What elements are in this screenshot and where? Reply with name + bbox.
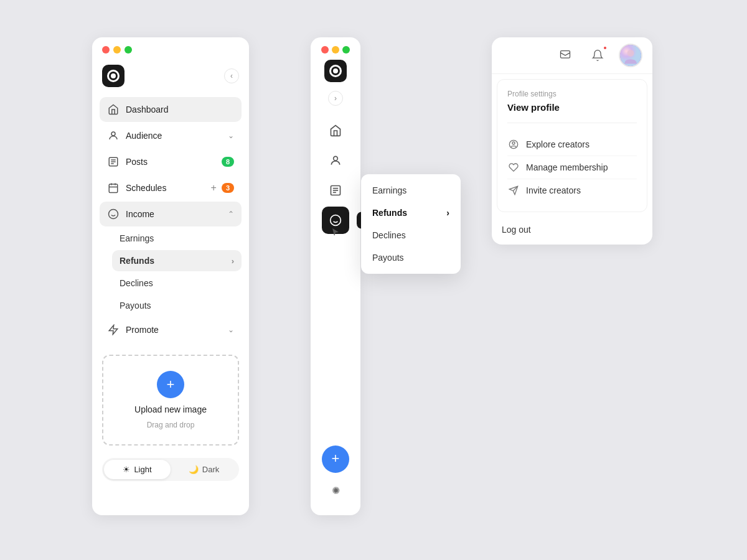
posts-icon	[107, 156, 120, 168]
posts-label: Posts	[126, 157, 222, 167]
mini-bottom: + ✺	[322, 446, 349, 505]
panel-expanded-sidebar: ‹ Dashboard Audience ⌄ Posts 8	[92, 37, 249, 515]
promote-label: Promote	[126, 325, 225, 335]
heart-icon	[507, 162, 520, 172]
posts-badge: 8	[222, 157, 234, 167]
upload-subtitle: Drag and drop	[147, 421, 195, 429]
income-dropdown: Earnings Refunds › Declines Payouts	[361, 174, 461, 274]
income-submenu: Earnings Refunds › Declines Payouts	[100, 228, 242, 316]
svg-point-0	[111, 132, 115, 136]
dropdown-earnings[interactable]: Earnings	[361, 179, 461, 202]
close-dot	[102, 46, 110, 54]
audience-label: Audience	[126, 131, 225, 141]
panel-profile-dropdown: Profile settings View profile Explore cr…	[492, 37, 652, 245]
home-icon	[107, 103, 120, 116]
mini-logo-area: ›	[311, 37, 360, 112]
nav-item-audience[interactable]: Audience ⌄	[100, 123, 242, 148]
sun-icon: ☀	[123, 465, 130, 474]
plus-icon: +	[332, 452, 340, 465]
nav-item-promote[interactable]: Promote ⌄	[100, 317, 242, 342]
profile-avatar[interactable]	[619, 44, 642, 67]
maximize-dot	[125, 46, 132, 54]
theme-switcher: ☀ Light 🌙 Dark	[102, 458, 239, 481]
nav-item-income[interactable]: Income ⌃	[100, 202, 242, 226]
mini-fab-button[interactable]: +	[322, 446, 349, 473]
upload-button[interactable]: +	[157, 371, 184, 398]
mini-sidebar: › Income	[311, 37, 360, 515]
light-theme-button[interactable]: ☀ Light	[104, 460, 171, 479]
income-icon	[107, 208, 120, 220]
logo-area: ‹	[92, 60, 249, 97]
mini-theme-button[interactable]: ✺	[326, 480, 345, 500]
view-profile-button[interactable]: View profile	[507, 102, 637, 123]
income-sub-earnings[interactable]: Earnings	[112, 228, 242, 249]
upload-title: Upload new image	[134, 404, 207, 414]
plus-icon: +	[211, 182, 217, 194]
logout-button[interactable]: Log out	[492, 217, 652, 240]
chevron-down-icon: ⌄	[228, 325, 234, 334]
circle-user-icon	[507, 139, 520, 149]
dashboard-label: Dashboard	[126, 105, 234, 114]
close-dot	[321, 46, 329, 54]
upload-area[interactable]: + Upload new image Drag and drop	[102, 355, 239, 446]
dark-theme-button[interactable]: 🌙 Dark	[171, 460, 237, 479]
nav-item-posts[interactable]: Posts 8	[100, 149, 242, 174]
mini-nav-home[interactable]	[322, 117, 349, 144]
chevron-right-icon: ›	[232, 256, 234, 266]
notifications-wrapper	[586, 44, 609, 67]
window-chrome	[92, 37, 249, 60]
notification-badge	[603, 45, 608, 50]
expand-sidebar-button[interactable]: ›	[328, 91, 343, 106]
svg-point-17	[331, 215, 341, 226]
sun-icon-mini: ✺	[332, 485, 340, 497]
mini-window-chrome	[321, 46, 350, 60]
mini-nav-audience[interactable]	[322, 147, 349, 174]
schedules-label: Schedules	[126, 183, 211, 193]
dropdown-refunds[interactable]: Refunds ›	[361, 202, 461, 224]
nav-section-promote: Promote ⌄	[92, 317, 249, 342]
svg-rect-5	[109, 184, 118, 193]
svg-marker-11	[109, 325, 118, 335]
nav-item-schedules[interactable]: Schedules + 3	[100, 175, 242, 200]
app-logo	[102, 65, 125, 87]
dropdown-payouts[interactable]: Payouts	[361, 246, 461, 269]
minimize-dot	[113, 46, 121, 54]
profile-settings-label: Profile settings	[507, 90, 637, 98]
messages-button[interactable]	[554, 44, 576, 67]
chevron-down-icon: ⌄	[228, 131, 234, 140]
svg-point-24	[512, 142, 515, 144]
nav-section: Dashboard Audience ⌄ Posts 8 Schedules +…	[92, 97, 249, 200]
mini-nav: Income	[311, 112, 360, 446]
schedules-icon	[107, 182, 120, 194]
income-section: Income ⌃ Earnings Refunds › Declines Pay…	[92, 202, 249, 316]
moon-icon: 🌙	[189, 465, 199, 474]
cursor-hint	[332, 228, 339, 239]
income-sub-refunds[interactable]: Refunds ›	[112, 250, 242, 271]
svg-point-22	[627, 50, 634, 57]
income-sub-payouts[interactable]: Payouts	[112, 295, 242, 316]
svg-point-12	[334, 156, 338, 161]
send-icon	[507, 185, 520, 195]
app-logo-mini	[324, 60, 347, 82]
svg-rect-20	[561, 51, 570, 58]
chevron-up-icon: ⌃	[228, 210, 234, 218]
schedules-badge: 3	[222, 183, 234, 193]
dropdown-declines[interactable]: Declines	[361, 224, 461, 246]
income-sub-declines[interactable]: Declines	[112, 273, 242, 294]
audience-icon	[107, 129, 120, 142]
collapse-sidebar-button[interactable]: ‹	[224, 68, 239, 83]
nav-item-dashboard[interactable]: Dashboard	[100, 97, 242, 122]
chevron-right-icon: ›	[446, 208, 449, 218]
minimize-dot	[332, 46, 339, 54]
invite-creators-item[interactable]: Invite creators	[507, 179, 637, 202]
profile-dropdown-card: Profile settings View profile Explore cr…	[497, 79, 647, 212]
mini-nav-posts[interactable]	[322, 177, 349, 204]
manage-membership-item[interactable]: Manage membership	[507, 156, 637, 179]
logo-icon	[107, 70, 120, 82]
mini-nav-income[interactable]: Income	[322, 207, 349, 234]
profile-header	[492, 37, 652, 74]
explore-creators-item[interactable]: Explore creators	[507, 133, 637, 156]
income-label: Income	[126, 209, 225, 219]
panel-collapsed-sidebar: › Income	[311, 37, 360, 515]
promote-icon	[107, 324, 120, 336]
